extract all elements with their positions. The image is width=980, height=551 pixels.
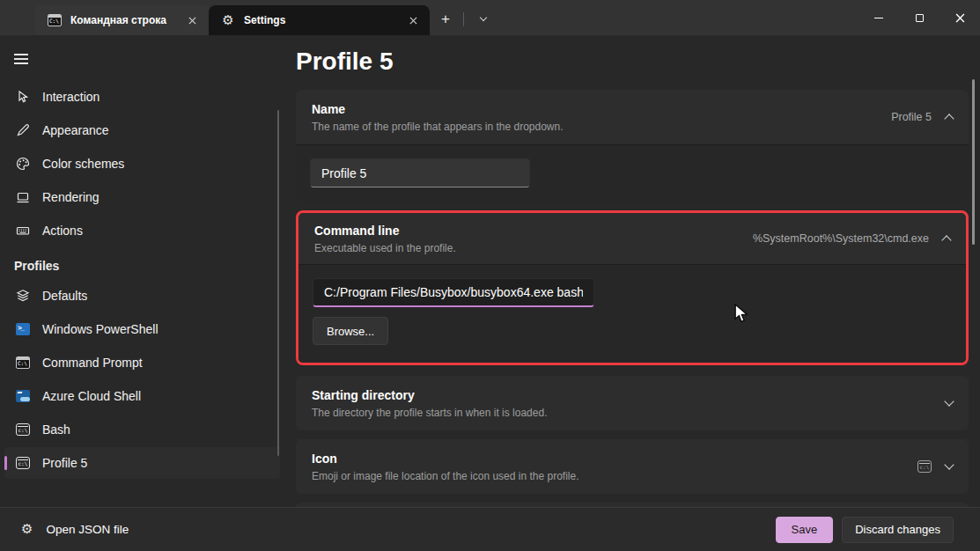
chevron-down-icon bbox=[944, 459, 954, 469]
sidebar-item-label: Defaults bbox=[42, 289, 87, 303]
maximize-icon bbox=[916, 14, 924, 22]
window-controls bbox=[858, 0, 980, 35]
keyboard-icon bbox=[14, 224, 32, 238]
profile-name-input[interactable] bbox=[310, 158, 530, 187]
powershell-icon: >_ bbox=[14, 323, 32, 335]
tab-label: Командная строка bbox=[70, 14, 184, 26]
sidebar-item-label: Azure Cloud Shell bbox=[42, 389, 141, 403]
app-body: Interaction Appearance Color schemes bbox=[0, 35, 980, 507]
new-tab-button[interactable]: + bbox=[432, 6, 459, 33]
tab-title-expander-header[interactable]: Tab title bbox=[296, 503, 969, 507]
command-line-expander-content: Browse... bbox=[298, 264, 966, 363]
sidebar-item-profile-5[interactable]: c:\ Profile 5 bbox=[4, 447, 280, 479]
setting-description: Emoji or image file location of the icon… bbox=[312, 470, 579, 482]
open-json-file-button[interactable]: ⚙ Open JSON file bbox=[14, 523, 129, 536]
monitor-icon bbox=[14, 190, 32, 204]
pointer-icon bbox=[14, 90, 32, 104]
sidebar-item-defaults[interactable]: Defaults bbox=[4, 280, 280, 312]
plus-icon: + bbox=[441, 11, 450, 28]
settings-main-panel: Profile 5 Name The name of the profile t… bbox=[291, 35, 980, 507]
profiles-section-header: Profiles bbox=[14, 259, 291, 273]
setting-description: The name of the profile that appears in … bbox=[312, 121, 564, 133]
setting-title: Icon bbox=[312, 452, 579, 466]
name-expander-header[interactable]: Name The name of the profile that appear… bbox=[296, 90, 969, 144]
page-title: Profile 5 bbox=[296, 48, 969, 76]
name-expander-content bbox=[296, 144, 969, 202]
sidebar-item-label: Bash bbox=[42, 422, 70, 437]
starting-directory-setting-card: Starting directory The directory the pro… bbox=[296, 376, 969, 430]
minimize-button[interactable] bbox=[858, 0, 899, 35]
sidebar-item-label: Rendering bbox=[42, 190, 99, 204]
menu-toggle-button[interactable] bbox=[7, 44, 39, 74]
chevron-down-icon bbox=[480, 14, 487, 21]
chevron-down-icon bbox=[944, 396, 954, 406]
pen-icon bbox=[14, 123, 32, 137]
tab-dropdown-button[interactable] bbox=[470, 6, 497, 33]
settings-sidebar: Interaction Appearance Color schemes bbox=[0, 35, 291, 507]
tab-command-prompt[interactable]: C:\ Командная строка bbox=[35, 5, 209, 35]
windows-terminal-settings-window: C:\ Командная строка ⚙ Settings + bbox=[0, 0, 980, 551]
main-scrollbar[interactable] bbox=[972, 79, 975, 245]
sidebar-item-label: Profile 5 bbox=[42, 456, 87, 470]
save-button[interactable]: Save bbox=[776, 517, 834, 543]
sidebar-item-rendering[interactable]: Rendering bbox=[4, 181, 280, 213]
command-line-expander-header[interactable]: Command line Executable used in the prof… bbox=[298, 213, 966, 264]
tab-settings[interactable]: ⚙ Settings bbox=[209, 5, 430, 35]
setting-current-value: Profile 5 bbox=[891, 111, 932, 123]
maximize-button[interactable] bbox=[899, 0, 939, 35]
minimize-icon bbox=[874, 18, 883, 18]
tabbar-divider bbox=[463, 12, 464, 26]
sidebar-item-command-prompt[interactable]: C:\ Command Prompt bbox=[4, 347, 280, 378]
open-json-file-label: Open JSON file bbox=[46, 523, 129, 536]
sidebar-item-label: Appearance bbox=[42, 123, 109, 137]
titlebar-drag-region bbox=[497, 0, 858, 35]
setting-current-value: %SystemRoot%\System32\cmd.exe bbox=[753, 232, 929, 245]
setting-description: Executable used in the profile. bbox=[314, 242, 456, 254]
azure-cloud-icon bbox=[14, 390, 32, 402]
sidebar-item-label: Interaction bbox=[42, 90, 99, 104]
sidebar-scrollbar[interactable] bbox=[277, 110, 279, 456]
chevron-up-icon bbox=[941, 235, 951, 245]
gear-icon: ⚙ bbox=[221, 13, 235, 27]
starting-directory-expander-header[interactable]: Starting directory The directory the pro… bbox=[296, 376, 969, 430]
layers-icon bbox=[14, 289, 32, 303]
footer-bar: ⚙ Open JSON file Save Discard changes bbox=[0, 507, 980, 551]
setting-description: The directory the profile starts in when… bbox=[312, 407, 547, 419]
icon-expander-header[interactable]: Icon Emoji or image file location of the… bbox=[296, 439, 969, 494]
sidebar-item-appearance[interactable]: Appearance bbox=[4, 114, 280, 146]
setting-title: Starting directory bbox=[312, 388, 547, 402]
command-line-input[interactable] bbox=[313, 278, 594, 307]
profile-icon-preview: c:\ bbox=[917, 459, 932, 474]
name-setting-card: Name The name of the profile that appear… bbox=[296, 90, 969, 202]
sidebar-item-windows-powershell[interactable]: >_ Windows PowerShell bbox=[4, 313, 280, 345]
close-icon bbox=[955, 13, 965, 23]
console-outline-icon: c:\ bbox=[14, 457, 32, 469]
cmd-icon: C:\ bbox=[14, 356, 32, 369]
setting-title: Name bbox=[312, 102, 564, 116]
console-window-icon: C:\ bbox=[48, 13, 62, 27]
discard-changes-button[interactable]: Discard changes bbox=[842, 517, 954, 543]
sidebar-item-azure-cloud-shell[interactable]: Azure Cloud Shell bbox=[4, 380, 280, 412]
tab-label: Settings bbox=[244, 14, 405, 26]
setting-title: Command line bbox=[314, 224, 456, 238]
sidebar-item-interaction[interactable]: Interaction bbox=[4, 81, 280, 113]
sidebar-item-color-schemes[interactable]: Color schemes bbox=[4, 148, 280, 180]
command-line-setting-card: Command line Executable used in the prof… bbox=[296, 210, 969, 365]
palette-icon bbox=[14, 157, 32, 171]
sidebar-item-label: Command Prompt bbox=[42, 356, 143, 370]
sidebar-item-actions[interactable]: Actions bbox=[4, 215, 280, 246]
close-window-button[interactable] bbox=[939, 0, 980, 35]
close-tab-icon[interactable] bbox=[405, 12, 421, 28]
sidebar-item-bash[interactable]: c:\ Bash bbox=[4, 414, 280, 445]
sidebar-item-label: Actions bbox=[42, 224, 83, 238]
tab-title-setting-card: Tab title bbox=[296, 503, 969, 507]
gear-icon: ⚙ bbox=[21, 523, 33, 536]
console-outline-icon: c:\ bbox=[14, 423, 32, 436]
chevron-up-icon bbox=[944, 114, 954, 123]
titlebar: C:\ Командная строка ⚙ Settings + bbox=[0, 0, 980, 35]
sidebar-item-label: Windows PowerShell bbox=[42, 322, 158, 336]
sidebar-item-label: Color schemes bbox=[42, 157, 124, 171]
browse-button[interactable]: Browse... bbox=[313, 317, 388, 345]
icon-setting-card: Icon Emoji or image file location of the… bbox=[296, 439, 969, 494]
close-tab-icon[interactable] bbox=[184, 12, 200, 28]
